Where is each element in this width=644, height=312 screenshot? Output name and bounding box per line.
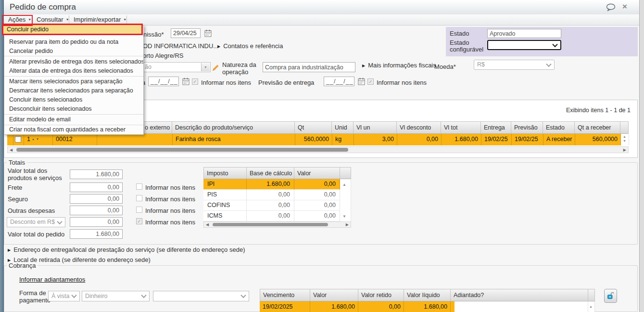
menu-item-criar-nota-fiscal[interactable]: Criar nota fiscal com quantidades a rece…: [4, 126, 143, 134]
col-header-entrega[interactable]: Entrega: [481, 121, 511, 134]
col-header-valor[interactable]: Valor: [294, 167, 340, 179]
col-header-adiantado[interactable]: Adiantado?: [451, 289, 588, 301]
seguro-label: Seguro: [8, 195, 28, 203]
outras-despesas-informar-checkbox[interactable]: [136, 207, 142, 213]
informar-nos-itens-checkbox[interactable]: ✓: [192, 78, 198, 85]
impostos-horizontal-scrollbar[interactable]: ◀ ▶: [203, 221, 351, 228]
col-header-valor[interactable]: Valor: [310, 289, 358, 301]
scrollbar-thumb[interactable]: [213, 223, 328, 226]
moeda-select[interactable]: R$: [474, 60, 555, 70]
vencimentos-vscroll[interactable]: ▲: [588, 301, 595, 312]
row-externo-cell: [97, 134, 173, 145]
calendar-icon[interactable]: [358, 78, 365, 87]
estado-configuravel-select[interactable]: [487, 40, 561, 50]
desconto-input[interactable]: 0,00: [70, 217, 123, 227]
imposto-row-cofins[interactable]: COFINS 0,00 0,00: [203, 200, 351, 211]
informar-adiantamentos-link[interactable]: Informar adiantamentos: [19, 276, 85, 283]
scroll-right-icon[interactable]: ▶: [623, 148, 626, 153]
impostos-vscroll-track[interactable]: [340, 200, 351, 211]
menu-item-alterar-data[interactable]: Alterar data de entrega dos itens seleci…: [4, 66, 143, 76]
col-header-unid[interactable]: Unid: [332, 121, 354, 134]
lock-button[interactable]: [604, 289, 617, 303]
impostos-vscroll-bottom[interactable]: ▼: [340, 211, 351, 221]
move-down-icon[interactable]: ▼: [36, 138, 39, 141]
col-header-qt-a-receber[interactable]: Qt a receber: [575, 121, 620, 134]
estado-label: Estado: [450, 30, 469, 37]
row-checkbox-cell: [13, 134, 24, 145]
menu-item-desmarcar-itens[interactable]: Desmarcar itens selecionados para separa…: [4, 86, 143, 95]
col-header-valor-liquido[interactable]: Valor líquido: [404, 289, 451, 301]
calendar-icon[interactable]: [182, 78, 189, 87]
forma-pagamento-select-3[interactable]: [153, 291, 249, 301]
menu-item-concluir-pedido[interactable]: Concluir pedido: [2, 24, 143, 35]
scroll-up-icon[interactable]: ▲: [342, 182, 346, 187]
row-unid-cell: kg: [332, 134, 354, 145]
scroll-left-icon[interactable]: ◀: [10, 148, 13, 153]
close-icon[interactable]: ×: [622, 2, 627, 11]
col-header-previsao[interactable]: Previsão: [511, 121, 543, 134]
seguro-input[interactable]: 0,00: [70, 194, 123, 204]
estado-input[interactable]: Aprovado: [487, 29, 561, 38]
move-up-icon[interactable]: ▲: [32, 138, 35, 141]
seguro-informar-checkbox[interactable]: [136, 195, 142, 201]
outras-despesas-input[interactable]: 0,00: [70, 206, 123, 215]
emissao-date-input[interactable]: 29/04/25: [171, 28, 201, 38]
row-vscroll[interactable]: ▲▼: [621, 134, 629, 145]
previsao-entrega-date-input[interactable]: __/__/__: [324, 77, 354, 86]
col-header-descricao[interactable]: Descrição do produto/serviço: [172, 121, 295, 134]
scroll-left-icon[interactable]: ◀: [206, 222, 209, 227]
col-header-vl-un[interactable]: Vl un: [354, 121, 397, 134]
imposto-row-icms[interactable]: ICMS 0,00 0,00 ▼: [203, 211, 351, 221]
col-header-imposto[interactable]: Imposto: [203, 167, 247, 179]
menu-item-alterar-previsao[interactable]: Alterar previsão de entrega dos itens se…: [4, 57, 143, 66]
imposto-base-cell: 0,00: [247, 211, 294, 221]
impostos-table-header: Imposto Base de cálculo Valor: [203, 167, 351, 179]
impostos-vscroll-top[interactable]: ▲: [340, 179, 351, 190]
desconto-informar-checkbox[interactable]: ✓: [136, 218, 142, 224]
scroll-up-icon[interactable]: ▲: [623, 134, 629, 139]
valor-total-produtos-input[interactable]: 1.680,00: [70, 169, 123, 179]
valor-total-pedido-input[interactable]: 1.680,00: [70, 229, 123, 239]
menu-item-concluir-itens[interactable]: Concluir itens selecionados: [4, 95, 143, 104]
contatos-referencia-toggle[interactable]: ▶Contatos e referência: [217, 42, 283, 50]
pencil-icon[interactable]: [212, 64, 219, 73]
menu-item-marcar-itens[interactable]: Marcar itens selecionados para separação: [4, 77, 143, 86]
moeda-select-value: R$: [477, 61, 485, 68]
imposto-row-pis[interactable]: PIS 0,00 0,00: [203, 190, 351, 200]
calendar-icon[interactable]: [204, 29, 212, 39]
scrollbar-thumb[interactable]: [16, 148, 348, 152]
natureza-operacao-input[interactable]: Compra para industrialização: [263, 62, 355, 72]
forma-pagamento-select-2[interactable]: Dinheiro: [82, 291, 150, 301]
endereco-entrega-toggle[interactable]: ▶Endereço de entrega/local de prestação …: [8, 246, 245, 253]
impostos-vscroll-track[interactable]: [340, 190, 351, 200]
vencimento-row[interactable]: 19/02/2025 1.680,00 0,00 1.680,00 ▲: [260, 301, 595, 312]
frete-informar-checkbox[interactable]: [136, 183, 142, 190]
menu-item-desconcluir-itens[interactable]: Desconcluir itens selecionados: [4, 104, 143, 114]
desconto-tipo-select[interactable]: Desconto em R$: [7, 217, 65, 227]
col-header-qt[interactable]: Qt: [295, 121, 332, 134]
forma-pagamento-select-1[interactable]: À vista: [48, 291, 80, 301]
col-header-estado[interactable]: Estado: [543, 121, 575, 134]
col-header-valor-retido[interactable]: Valor retido: [358, 289, 404, 301]
scroll-right-icon[interactable]: ▶: [346, 222, 349, 227]
menu-item-reservar[interactable]: Reservar para item do pedido ou da nota: [4, 38, 143, 47]
col-header-vencimento[interactable]: Vencimento: [260, 289, 310, 301]
scroll-down-icon[interactable]: ▼: [623, 139, 629, 143]
menu-item-cancelar-pedido[interactable]: Cancelar pedido: [4, 47, 143, 56]
menu-item-editar-modelo-email[interactable]: Editar modelo de email: [4, 115, 143, 124]
frete-input[interactable]: 0,00: [70, 182, 123, 192]
informar-nos-itens-checkbox[interactable]: ✓: [367, 78, 374, 85]
col-header-vl-tot[interactable]: Vl tot: [441, 121, 481, 134]
table-row[interactable]: 1▲▼ 00012 Farinha de rosca 560,0000 kg 3…: [7, 134, 629, 145]
col-header-vl-desconto[interactable]: Vl desconto: [397, 121, 441, 134]
row-checkbox[interactable]: [15, 136, 21, 143]
scroll-down-icon[interactable]: ▼: [342, 214, 346, 219]
imposto-row-ipi[interactable]: IPI 1.680,00 0,00 ▲: [203, 179, 351, 190]
items-horizontal-scrollbar[interactable]: ◀ ▶: [7, 146, 629, 153]
window-frame-left: [0, 0, 4, 312]
col-header-base-calculo[interactable]: Base de cálculo: [247, 167, 294, 179]
comment-bubble-icon[interactable]: [606, 3, 616, 13]
scroll-up-icon[interactable]: ▲: [589, 305, 593, 308]
mais-informacoes-fiscais-toggle[interactable]: ▶Mais informações fiscais: [362, 62, 436, 69]
entrega-date-input[interactable]: __/__/__: [148, 77, 179, 86]
